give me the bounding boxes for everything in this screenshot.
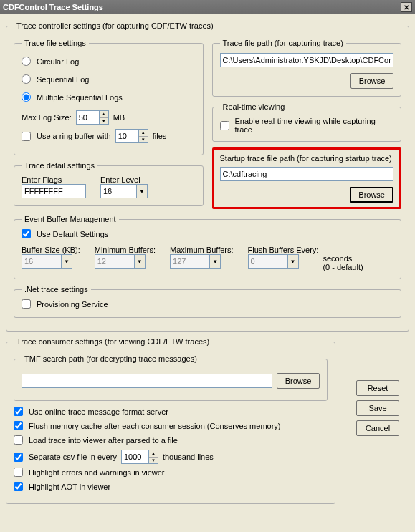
consumer-legend: Trace consumer settings (for viewing CDF…	[14, 337, 212, 346]
trace-detail-legend: Trace detail settings	[22, 161, 97, 170]
circular-log-radio[interactable]: Circular Log	[22, 57, 79, 66]
buffer-flush-unit: seconds (0 - default)	[323, 254, 363, 271]
startup-browse-button[interactable]: Browse	[350, 187, 393, 203]
maxlog-label: Max Log Size:	[22, 113, 72, 122]
separate-check[interactable]: Separate csv file in every	[14, 453, 117, 462]
controller-group: Trace controller settings (for capturing…	[6, 21, 409, 332]
trace-file-settings-group: Trace file settings Circular Log Sequent…	[14, 39, 204, 155]
trace-file-path-legend: Trace file path (for capturing trace)	[220, 39, 346, 47]
buffer-max-select: ▼	[170, 254, 221, 269]
close-icon[interactable]: ✕	[401, 2, 412, 12]
ringbuf-spin[interactable]: ▲▼	[115, 129, 148, 143]
trace-file-settings-legend: Trace file settings	[22, 39, 89, 47]
tmf-path-input[interactable]	[22, 374, 272, 388]
consumer-group: Trace consumer settings (for viewing CDF…	[6, 337, 335, 504]
save-button[interactable]: Save	[356, 400, 399, 416]
realtime-legend: Real-time viewing	[220, 102, 288, 111]
buffer-min-label: Minimum Buffers:	[95, 246, 156, 254]
controller-legend: Trace controller settings (for capturing…	[14, 21, 216, 30]
startup-legend: Startup trace file path (for capturing s…	[220, 154, 394, 163]
separate-unit: thousand lines	[163, 453, 214, 461]
buffer-default-check[interactable]: Use Default Settings	[22, 229, 108, 238]
startup-path-input[interactable]	[220, 167, 394, 181]
tmf-group: TMF search path (for decrypting trace me…	[14, 354, 328, 401]
tmf-legend: TMF search path (for decrypting trace me…	[22, 354, 200, 363]
startup-highlight: Startup trace file path (for capturing s…	[212, 147, 402, 209]
online-check[interactable]: Use online trace message format server	[14, 407, 168, 416]
tmf-browse-button[interactable]: Browse	[277, 373, 320, 389]
trace-file-path-group: Trace file path (for capturing trace) Br…	[212, 39, 402, 97]
ringbuf-check[interactable]: Use a ring buffer with	[22, 132, 111, 141]
maxlog-unit: MB	[113, 113, 125, 122]
buffer-legend: Event Buffer Management	[22, 215, 119, 223]
flush-check[interactable]: Flush memory cache after each consumer s…	[14, 421, 281, 430]
buffer-group: Event Buffer Management Use Default Sett…	[14, 215, 401, 279]
net-settings-group: .Net trace settings Provisioning Service	[14, 285, 401, 318]
provisioning-check[interactable]: Provisioning Service	[22, 299, 108, 309]
trace-detail-group: Trace detail settings Enter Flags Enter …	[14, 161, 204, 206]
level-label: Enter Level	[100, 175, 148, 184]
maxlog-spin[interactable]: ▲▼	[76, 110, 109, 125]
ringbuf-unit: files	[153, 132, 167, 140]
titlebar: CDFControl Trace Settings ✕	[0, 0, 415, 14]
flags-label: Enter Flags	[22, 175, 86, 184]
title-text: CDFControl Trace Settings	[3, 3, 103, 11]
buffer-flush-select: ▼	[248, 254, 299, 269]
trace-path-input[interactable]	[220, 53, 394, 67]
realtime-check[interactable]: Enable real-time viewing while capturing…	[220, 117, 394, 134]
load-check[interactable]: Load trace into viewer after parsed to a…	[14, 435, 178, 445]
realtime-group: Real-time viewing Enable real-time viewi…	[212, 102, 402, 142]
buffer-size-select: ▼	[22, 254, 72, 269]
highlight-aot-check[interactable]: Highlight AOT in viewer	[14, 482, 110, 491]
trace-path-browse-button[interactable]: Browse	[350, 73, 393, 89]
sequential-log-radio[interactable]: Sequential Log	[22, 74, 89, 84]
buffer-max-label: Maximum Buffers:	[170, 246, 233, 254]
highlight-err-check[interactable]: Highlight errors and warnings in viewer	[14, 468, 165, 477]
buffer-flush-label: Flush Buffers Every:	[248, 246, 319, 254]
level-select[interactable]: ▼	[100, 184, 148, 198]
reset-button[interactable]: Reset	[356, 380, 399, 396]
flags-input[interactable]	[22, 184, 86, 198]
separate-spin[interactable]: ▲▼	[121, 450, 158, 464]
multiple-seq-radio[interactable]: Multiple Sequential Logs	[22, 92, 123, 102]
buffer-size-label: Buffer Size (KB):	[22, 246, 80, 254]
buffer-min-select: ▼	[95, 254, 146, 269]
net-settings-legend: .Net trace settings	[22, 285, 91, 294]
cancel-button[interactable]: Cancel	[356, 420, 399, 436]
